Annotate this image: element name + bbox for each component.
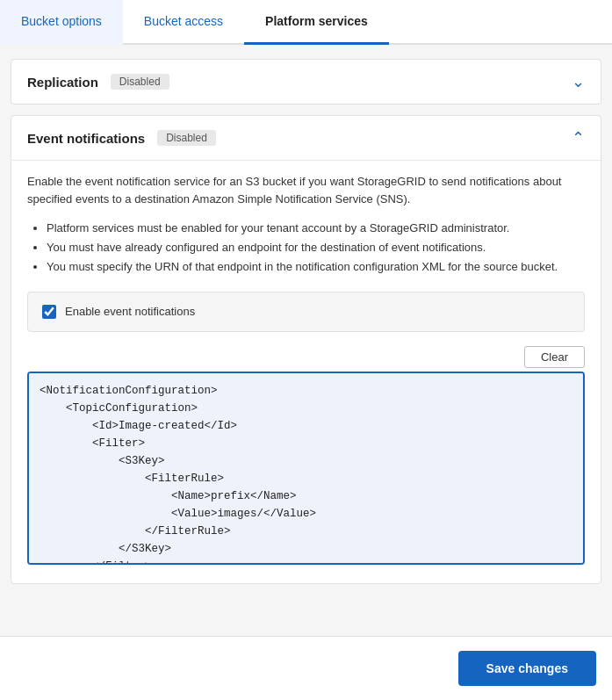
replication-chevron-icon: ⌄ — [572, 74, 585, 90]
bullet-item-1: Platform services must be enabled for yo… — [47, 219, 585, 238]
event-notifications-chevron-icon: ⌃ — [572, 130, 585, 146]
clear-btn-row: Clear — [27, 346, 585, 368]
event-notifications-body: Enable the event notification service fo… — [11, 160, 601, 583]
tab-bucket-options[interactable]: Bucket options — [0, 0, 123, 45]
event-notifications-section: Event notifications Disabled ⌃ Enable th… — [11, 115, 601, 584]
clear-button[interactable]: Clear — [524, 346, 585, 368]
event-notifications-title: Event notifications — [27, 131, 145, 146]
event-notifications-section-header[interactable]: Event notifications Disabled ⌃ — [11, 116, 601, 160]
enable-notifications-label: Enable event notifications — [65, 305, 195, 318]
tabs-bar: Bucket options Bucket access Platform se… — [0, 0, 612, 45]
footer: Save changes — [0, 636, 612, 700]
xml-textarea[interactable] — [27, 372, 585, 565]
tab-platform-services[interactable]: Platform services — [244, 0, 389, 45]
replication-section: Replication Disabled ⌄ — [11, 59, 601, 105]
bullet-item-3: You must specify the URN of that endpoin… — [47, 257, 585, 277]
event-notifications-badge: Disabled — [157, 130, 216, 146]
page-container: Bucket options Bucket access Platform se… — [0, 0, 612, 700]
enable-notifications-checkbox[interactable] — [42, 305, 56, 319]
enable-notifications-area: Enable event notifications — [27, 292, 585, 332]
save-changes-button[interactable]: Save changes — [458, 651, 596, 686]
replication-section-header[interactable]: Replication Disabled ⌄ — [11, 60, 601, 104]
event-notifications-bullet-list: Platform services must be enabled for yo… — [47, 219, 585, 277]
event-notifications-description: Enable the event notification service fo… — [27, 173, 585, 208]
tab-spacer — [389, 0, 612, 45]
replication-title: Replication — [27, 75, 98, 90]
bullet-item-2: You must have already configured an endp… — [47, 238, 585, 257]
main-content: Replication Disabled ⌄ Event notificatio… — [0, 45, 612, 636]
tab-bucket-access[interactable]: Bucket access — [123, 0, 244, 45]
replication-badge: Disabled — [111, 74, 169, 90]
xml-editor-container: Clear — [27, 346, 585, 567]
